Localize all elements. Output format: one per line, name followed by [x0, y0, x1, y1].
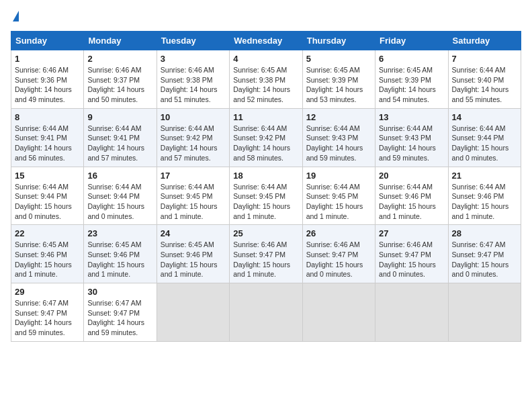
day-info-text: Sunrise: 6:44 AM Sunset: 9:44 PM Dayligh…	[87, 182, 152, 222]
day-header-friday: Friday	[375, 32, 448, 50]
day-number: 16	[87, 171, 152, 181]
calendar-day-cell: 15Sunrise: 6:44 AM Sunset: 9:44 PM Dayli…	[11, 167, 84, 225]
day-info-text: Sunrise: 6:45 AM Sunset: 9:46 PM Dayligh…	[161, 240, 226, 279]
day-number: 29	[15, 287, 80, 297]
day-number: 21	[452, 171, 517, 181]
day-number: 27	[379, 228, 444, 238]
calendar-day-cell: 26Sunrise: 6:46 AM Sunset: 9:47 PM Dayli…	[302, 225, 375, 283]
calendar-day-cell: 25Sunrise: 6:46 AM Sunset: 9:47 PM Dayli…	[230, 225, 302, 283]
calendar-day-cell: 29Sunrise: 6:47 AM Sunset: 9:47 PM Dayli…	[11, 283, 84, 342]
calendar-day-cell	[448, 283, 521, 342]
day-number: 18	[233, 171, 298, 181]
day-number: 6	[379, 54, 444, 64]
day-number: 30	[87, 287, 152, 297]
calendar-day-cell: 22Sunrise: 6:45 AM Sunset: 9:46 PM Dayli…	[11, 225, 84, 283]
day-info-text: Sunrise: 6:47 AM Sunset: 9:47 PM Dayligh…	[15, 298, 80, 338]
calendar-day-cell: 12Sunrise: 6:44 AM Sunset: 9:43 PM Dayli…	[302, 108, 375, 167]
day-header-monday: Monday	[84, 32, 157, 50]
calendar-day-cell: 16Sunrise: 6:44 AM Sunset: 9:44 PM Dayli…	[84, 167, 157, 225]
calendar-day-cell: 5Sunrise: 6:45 AM Sunset: 9:39 PM Daylig…	[302, 50, 375, 109]
day-number: 13	[379, 112, 444, 122]
day-info-text: Sunrise: 6:45 AM Sunset: 9:46 PM Dayligh…	[87, 240, 152, 279]
calendar-week-row: 1Sunrise: 6:46 AM Sunset: 9:36 PM Daylig…	[11, 50, 521, 109]
header-row: SundayMondayTuesdayWednesdayThursdayFrid…	[11, 32, 521, 50]
calendar-day-cell: 3Sunrise: 6:46 AM Sunset: 9:38 PM Daylig…	[157, 50, 229, 109]
day-info-text: Sunrise: 6:44 AM Sunset: 9:45 PM Dayligh…	[233, 182, 298, 222]
day-header-saturday: Saturday	[448, 32, 521, 50]
calendar-day-cell: 21Sunrise: 6:44 AM Sunset: 9:46 PM Dayli…	[448, 167, 521, 225]
day-info-text: Sunrise: 6:45 AM Sunset: 9:39 PM Dayligh…	[306, 65, 371, 105]
day-info-text: Sunrise: 6:44 AM Sunset: 9:41 PM Dayligh…	[87, 124, 152, 163]
day-number: 20	[379, 171, 444, 181]
day-number: 22	[15, 228, 80, 238]
calendar-week-row: 22Sunrise: 6:45 AM Sunset: 9:46 PM Dayli…	[11, 225, 521, 283]
calendar-week-row: 8Sunrise: 6:44 AM Sunset: 9:41 PM Daylig…	[11, 108, 521, 167]
day-info-text: Sunrise: 6:44 AM Sunset: 9:44 PM Dayligh…	[15, 182, 80, 222]
day-number: 7	[452, 54, 517, 64]
calendar-day-cell: 30Sunrise: 6:47 AM Sunset: 9:47 PM Dayli…	[84, 283, 157, 342]
day-info-text: Sunrise: 6:44 AM Sunset: 9:42 PM Dayligh…	[233, 124, 298, 163]
day-info-text: Sunrise: 6:44 AM Sunset: 9:40 PM Dayligh…	[452, 65, 517, 105]
calendar-day-cell: 13Sunrise: 6:44 AM Sunset: 9:43 PM Dayli…	[375, 108, 448, 167]
day-number: 5	[306, 54, 371, 64]
calendar-day-cell: 23Sunrise: 6:45 AM Sunset: 9:46 PM Dayli…	[84, 225, 157, 283]
day-info-text: Sunrise: 6:46 AM Sunset: 9:37 PM Dayligh…	[87, 65, 152, 105]
calendar-day-cell: 11Sunrise: 6:44 AM Sunset: 9:42 PM Dayli…	[230, 108, 302, 167]
calendar-week-row: 29Sunrise: 6:47 AM Sunset: 9:47 PM Dayli…	[11, 283, 521, 342]
calendar-day-cell	[302, 283, 375, 342]
day-info-text: Sunrise: 6:44 AM Sunset: 9:44 PM Dayligh…	[452, 124, 517, 163]
calendar-day-cell: 20Sunrise: 6:44 AM Sunset: 9:46 PM Dayli…	[375, 167, 448, 225]
day-info-text: Sunrise: 6:44 AM Sunset: 9:45 PM Dayligh…	[161, 182, 226, 222]
day-info-text: Sunrise: 6:44 AM Sunset: 9:41 PM Dayligh…	[15, 124, 80, 163]
day-info-text: Sunrise: 6:46 AM Sunset: 9:47 PM Dayligh…	[306, 240, 371, 279]
day-info-text: Sunrise: 6:44 AM Sunset: 9:46 PM Dayligh…	[379, 182, 444, 222]
day-info-text: Sunrise: 6:46 AM Sunset: 9:36 PM Dayligh…	[15, 65, 80, 105]
day-info-text: Sunrise: 6:46 AM Sunset: 9:47 PM Dayligh…	[233, 240, 298, 279]
calendar-day-cell: 9Sunrise: 6:44 AM Sunset: 9:41 PM Daylig…	[84, 108, 157, 167]
day-number: 3	[161, 54, 226, 64]
calendar-day-cell: 18Sunrise: 6:44 AM Sunset: 9:45 PM Dayli…	[230, 167, 302, 225]
calendar-day-cell: 7Sunrise: 6:44 AM Sunset: 9:40 PM Daylig…	[448, 50, 521, 109]
calendar-day-cell: 19Sunrise: 6:44 AM Sunset: 9:45 PM Dayli…	[302, 167, 375, 225]
day-info-text: Sunrise: 6:47 AM Sunset: 9:47 PM Dayligh…	[87, 298, 152, 338]
day-number: 25	[233, 228, 298, 238]
day-number: 8	[15, 112, 80, 122]
calendar-day-cell: 28Sunrise: 6:47 AM Sunset: 9:47 PM Dayli…	[448, 225, 521, 283]
day-number: 23	[87, 228, 152, 238]
day-number: 12	[306, 112, 371, 122]
calendar-day-cell	[230, 283, 302, 342]
calendar-week-row: 15Sunrise: 6:44 AM Sunset: 9:44 PM Dayli…	[11, 167, 521, 225]
day-number: 17	[161, 171, 226, 181]
day-header-sunday: Sunday	[11, 32, 84, 50]
day-info-text: Sunrise: 6:44 AM Sunset: 9:45 PM Dayligh…	[306, 182, 371, 222]
day-info-text: Sunrise: 6:44 AM Sunset: 9:42 PM Dayligh…	[161, 124, 226, 163]
day-info-text: Sunrise: 6:44 AM Sunset: 9:43 PM Dayligh…	[306, 124, 371, 163]
day-number: 19	[306, 171, 371, 181]
calendar-day-cell	[157, 283, 229, 342]
day-info-text: Sunrise: 6:46 AM Sunset: 9:47 PM Dayligh…	[379, 240, 444, 279]
day-header-tuesday: Tuesday	[157, 32, 229, 50]
day-info-text: Sunrise: 6:44 AM Sunset: 9:43 PM Dayligh…	[379, 124, 444, 163]
day-info-text: Sunrise: 6:45 AM Sunset: 9:38 PM Dayligh…	[233, 65, 298, 105]
calendar-day-cell: 4Sunrise: 6:45 AM Sunset: 9:38 PM Daylig…	[230, 50, 302, 109]
calendar-day-cell: 2Sunrise: 6:46 AM Sunset: 9:37 PM Daylig…	[84, 50, 157, 109]
day-info-text: Sunrise: 6:45 AM Sunset: 9:39 PM Dayligh…	[379, 65, 444, 105]
day-number: 11	[233, 112, 298, 122]
calendar-table: SundayMondayTuesdayWednesdayThursdayFrid…	[11, 31, 521, 342]
calendar-day-cell	[375, 283, 448, 342]
day-info-text: Sunrise: 6:47 AM Sunset: 9:47 PM Dayligh…	[452, 240, 517, 279]
day-number: 26	[306, 228, 371, 238]
calendar-day-cell: 24Sunrise: 6:45 AM Sunset: 9:46 PM Dayli…	[157, 225, 229, 283]
calendar-day-cell: 17Sunrise: 6:44 AM Sunset: 9:45 PM Dayli…	[157, 167, 229, 225]
logo	[11, 11, 19, 23]
day-number: 2	[87, 54, 152, 64]
day-number: 4	[233, 54, 298, 64]
day-info-text: Sunrise: 6:46 AM Sunset: 9:38 PM Dayligh…	[161, 65, 226, 105]
day-header-thursday: Thursday	[302, 32, 375, 50]
day-header-wednesday: Wednesday	[230, 32, 302, 50]
day-number: 28	[452, 228, 517, 238]
page-header	[11, 11, 521, 23]
day-number: 9	[87, 112, 152, 122]
calendar-day-cell: 8Sunrise: 6:44 AM Sunset: 9:41 PM Daylig…	[11, 108, 84, 167]
day-info-text: Sunrise: 6:44 AM Sunset: 9:46 PM Dayligh…	[452, 182, 517, 222]
